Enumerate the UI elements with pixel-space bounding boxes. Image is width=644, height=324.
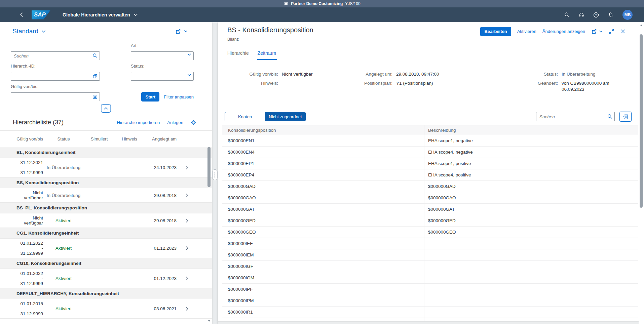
position-row[interactable]: $000000EN1 EHA scope1, negative [222, 135, 638, 147]
position-row[interactable]: $000000EP4 EHA scope4, positive [222, 169, 638, 181]
position-row[interactable]: $000000GAO $000000GAO [222, 192, 638, 204]
left-scrollbar[interactable] [207, 117, 211, 323]
scroll-up-icon[interactable] [640, 25, 643, 26]
segment-knoten[interactable]: Knoten [225, 112, 265, 121]
share-icon[interactable] [591, 29, 597, 34]
segment-nicht-zugeordnet[interactable]: Nicht zugeordnet [265, 112, 305, 121]
navigate-chevron-right-icon[interactable] [186, 307, 188, 311]
scroll-down-icon[interactable] [208, 320, 211, 322]
created-date: 29.08.2018 [145, 193, 177, 198]
status-text: Aktiviert [43, 218, 84, 223]
detail-tabs: Hierarchie Zeitraum [218, 46, 639, 60]
show-changes-button[interactable]: Änderungen anzeigen [542, 29, 585, 34]
position-id: $000000GAT [222, 204, 424, 215]
chevron-down-icon[interactable] [187, 53, 191, 56]
start-button[interactable]: Start [141, 92, 159, 102]
create-link[interactable]: Anlegen [167, 120, 183, 125]
position-description [424, 272, 638, 283]
hierarchy-row[interactable]: Nicht verfügbar In Überarbeitung 29.08.2… [0, 188, 212, 203]
position-row[interactable]: $000000GAD $000000GAD [222, 181, 638, 192]
hierarchy-row[interactable]: 01.01.2022 - 31.12.9999 Aktiviert 01.12.… [0, 239, 212, 258]
position-description: EHA scope1, positive [424, 158, 638, 169]
notifications-bell-icon[interactable] [608, 12, 613, 17]
hierarchy-row[interactable]: 01.01.2015 - 31.12.9999 Aktiviert 03.06.… [0, 299, 212, 319]
status-select[interactable] [131, 72, 194, 81]
detail-panel: BS - Konsolidierungsposition Bilanz Bear… [218, 22, 644, 324]
table-search-field[interactable] [536, 112, 615, 121]
position-row[interactable]: $000000IGM [222, 272, 638, 284]
chevron-down-icon[interactable] [187, 74, 191, 77]
valid-range: 31.12.2021 - 31.12.9999 [13, 160, 43, 175]
art-select[interactable] [131, 51, 194, 60]
filter-search-field[interactable] [11, 51, 100, 60]
position-row[interactable]: $000000IPM [222, 295, 638, 307]
position-id: $000000IEM [222, 249, 424, 260]
search-icon[interactable] [564, 12, 570, 17]
valid-date-field[interactable] [11, 92, 100, 101]
enter-fullscreen-icon[interactable] [609, 29, 614, 34]
share-chevron-down-icon[interactable] [599, 30, 603, 33]
position-row[interactable]: $000000IR1 [222, 307, 638, 318]
import-hierarchy-link[interactable]: Hierarchie importieren [117, 120, 160, 125]
user-avatar[interactable]: MB [622, 10, 633, 20]
art-label: Art: [131, 43, 194, 49]
position-row[interactable]: $000000IGF [222, 261, 638, 272]
support-headset-icon[interactable] [579, 12, 584, 17]
search-icon[interactable] [607, 114, 612, 119]
sap-logo[interactable]: SAP [32, 10, 50, 19]
table-toolbar: Knoten Nicht zugeordnet [225, 112, 632, 121]
position-id: $000000EN4 [222, 147, 424, 158]
position-row[interactable]: $000000IPF [222, 284, 638, 295]
navigate-chevron-right-icon[interactable] [186, 218, 188, 223]
right-scrollbar[interactable] [639, 24, 643, 323]
position-row[interactable]: $000000IEM [222, 249, 638, 261]
hierarch-id-field[interactable] [11, 72, 100, 81]
hierarchy-row[interactable]: 01.01.2022 - 31.12.9999 Aktiviert 01.12.… [0, 269, 212, 288]
column-header: Konsolidierungsposition [222, 125, 424, 135]
position-id: $000000IR1 [222, 307, 424, 318]
close-icon[interactable] [620, 29, 626, 34]
hierarchy-table-header: Gültig von/bis Status Simuliert Hinweis … [0, 130, 212, 147]
tab-hierarchie[interactable]: Hierarchie [227, 46, 249, 60]
scrollbar-thumb[interactable] [640, 34, 643, 208]
hierarchy-row[interactable]: Nicht verfügbar Aktiviert 29.08.2018 [0, 213, 212, 228]
back-icon[interactable] [20, 12, 24, 17]
scrollbar-thumb[interactable] [207, 147, 211, 187]
table-search-input[interactable] [536, 112, 615, 121]
share-icon[interactable] [175, 29, 181, 34]
navigate-chevron-right-icon[interactable] [186, 193, 188, 198]
navigate-chevron-right-icon[interactable] [186, 246, 188, 250]
info-value: In Überarbeitung [562, 71, 617, 77]
collapse-header-button[interactable] [101, 104, 111, 113]
app-title-chevron-down-icon[interactable] [134, 13, 138, 16]
value-help-icon[interactable] [92, 74, 98, 79]
navigate-chevron-right-icon[interactable] [186, 276, 188, 281]
splitter-grip[interactable] [213, 169, 218, 180]
app-title[interactable]: Globale Hierarchien verwalten [63, 12, 130, 17]
position-row[interactable]: $000000GEO $000000GEO [222, 227, 638, 238]
share-chevron-down-icon[interactable] [184, 30, 188, 33]
info-column: Gültig von/bis: Nicht verfügbar Hinweis: [227, 71, 369, 86]
export-spreadsheet-button[interactable] [619, 112, 632, 122]
hierarchy-row[interactable]: 31.12.2021 - 31.12.9999 In Überarbeitung… [0, 158, 212, 177]
search-icon[interactable] [92, 53, 98, 58]
status-text: In Überarbeitung [43, 165, 84, 170]
positions-table-body: $000000EN1 EHA scope1, negative $000000E… [222, 135, 638, 324]
hierarchy-list-body: BL, Konsolidierungseinheit 31.12.2021 - … [0, 147, 212, 319]
navigate-chevron-right-icon[interactable] [186, 165, 188, 170]
tab-zeitraum[interactable]: Zeitraum [258, 46, 276, 60]
edit-button[interactable]: Bearbeiten [480, 27, 511, 36]
position-row[interactable]: $000000GED $000000GED [222, 215, 638, 227]
position-row[interactable]: $000000GAT $000000GAT [222, 204, 638, 215]
created-date: 03.06.2021 [145, 306, 177, 311]
activate-button[interactable]: Aktivieren [517, 29, 536, 34]
variant-selector[interactable]: Standard [12, 28, 46, 35]
position-row[interactable]: $000000EP1 EHA scope1, positive [222, 158, 638, 169]
position-row[interactable]: $000000EN4 EHA scope4, negative [222, 147, 638, 158]
settings-gear-icon[interactable] [191, 120, 196, 125]
help-icon[interactable]: ? [593, 12, 599, 18]
adapt-filters-link[interactable]: Filter anpassen [164, 94, 194, 99]
filter-search-input[interactable] [11, 51, 100, 60]
date-search-icon[interactable] [92, 94, 98, 99]
position-row[interactable]: $000000IEF [222, 238, 638, 249]
